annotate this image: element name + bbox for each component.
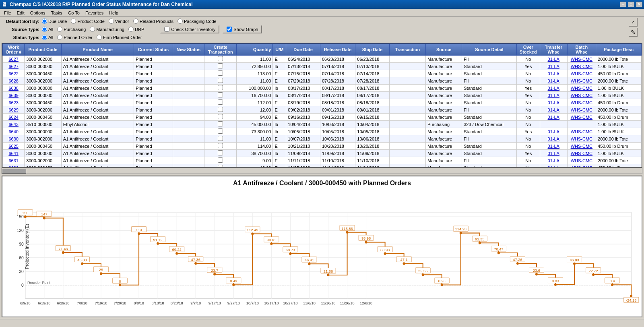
check-inventory-checkbox[interactable]	[164, 27, 169, 32]
horizontal-scrollbar[interactable]	[2, 168, 642, 174]
maximize-button[interactable]: □	[628, 2, 634, 7]
cell-work-order[interactable]: 6627	[3, 63, 25, 70]
svg-text:12/6/18: 12/6/18	[360, 301, 372, 305]
cell-over-stocked: No	[516, 114, 540, 121]
cell-prod-code: 3000-002000	[25, 106, 61, 114]
cell-work-order[interactable]: 6639	[3, 92, 25, 99]
cell-source-detail: Standard	[462, 150, 516, 157]
cell-create[interactable]	[204, 157, 237, 164]
cell-cur-status: Planned	[134, 114, 173, 121]
source-manufacturing[interactable]: Manufacturing	[90, 27, 124, 32]
cell-work-order[interactable]: 6627	[3, 56, 25, 63]
cell-create[interactable]	[204, 63, 237, 70]
source-purchasing[interactable]: Purchasing	[57, 27, 86, 32]
table-row[interactable]: 6629 3000-002000 A1 Antifreeze / Coolant…	[3, 106, 642, 114]
cell-work-order[interactable]: 6626	[3, 164, 25, 168]
cell-work-order[interactable]: 6643	[3, 121, 25, 128]
cell-work-order[interactable]: 6628	[3, 77, 25, 85]
cell-create[interactable]	[204, 92, 237, 99]
table-row[interactable]: 6643 3510-000000 Ethyl Alcohol Planned 4…	[3, 121, 642, 128]
source-drp[interactable]: DRP	[128, 27, 144, 32]
cell-qty: 94.00	[237, 114, 273, 121]
table-row[interactable]: 6640 3000-000000 A1 Antifreeze / Coolant…	[3, 128, 642, 135]
cell-um: lb	[273, 128, 286, 135]
cell-work-order[interactable]: 6624	[3, 114, 25, 121]
cell-source: Purchasing	[426, 121, 462, 128]
minimize-button[interactable]: ─	[620, 2, 626, 7]
cell-work-order[interactable]: 6631	[3, 157, 25, 164]
cell-create[interactable]	[204, 77, 237, 85]
cell-create[interactable]	[204, 99, 237, 106]
status-all[interactable]: All	[42, 35, 53, 40]
cell-source: Manufacture	[426, 56, 462, 63]
cell-create[interactable]	[204, 70, 237, 77]
cell-create[interactable]	[204, 114, 237, 121]
cell-create[interactable]	[204, 135, 237, 143]
menu-tasks[interactable]: Tasks	[49, 10, 65, 16]
cell-create[interactable]	[204, 56, 237, 63]
svg-point-122	[460, 232, 462, 234]
menu-goto[interactable]: Go To	[66, 10, 82, 16]
cell-create[interactable]	[204, 143, 237, 150]
table-row[interactable]: 6624 3000-000450 A1 Antifreeze / Coolant…	[3, 114, 642, 121]
table-container[interactable]: WorkOrder # Product Code Product Name Cu…	[2, 43, 642, 168]
svg-text:114.23: 114.23	[455, 227, 466, 231]
cell-new-status	[173, 63, 204, 70]
table-row[interactable]: 6631 3000-002000 A1 Antifreeze / Coolant…	[3, 157, 642, 164]
menu-favorites[interactable]: Favorites	[83, 10, 106, 16]
sort-vendor[interactable]: Vendor	[109, 19, 129, 24]
table-row[interactable]: 6639 3000-000000 A1 Antifreeze / Coolant…	[3, 92, 642, 99]
cell-work-order[interactable]: 6638	[3, 85, 25, 92]
cell-cur-status: Planned	[134, 106, 173, 114]
check-other-inventory-button[interactable]: Check Other Inventory	[160, 25, 219, 33]
cell-create[interactable]	[204, 85, 237, 92]
show-graph-button[interactable]: Show Graph	[223, 25, 262, 33]
source-all[interactable]: All	[42, 27, 53, 32]
checkmark-button[interactable]: ✓	[629, 18, 638, 27]
cell-source: Manufacture	[426, 85, 462, 92]
table-row[interactable]: 6630 3000-002000 A1 Antifreeze / Coolant…	[3, 135, 642, 143]
scrollbar-thumb[interactable]	[2, 169, 26, 174]
cell-transaction	[389, 99, 425, 106]
sort-due-date[interactable]: Due Date	[42, 19, 67, 24]
table-row[interactable]: 6638 3000-000000 A1 Antifreeze / Coolant…	[3, 85, 642, 92]
cell-work-order[interactable]: 6629	[3, 106, 25, 114]
status-planned-order[interactable]: Planned Order	[57, 35, 93, 40]
close-button[interactable]: ✕	[636, 2, 642, 7]
cell-release-date: 07/14/2018	[320, 70, 355, 77]
cell-work-order[interactable]: 6630	[3, 135, 25, 143]
show-graph-checkbox[interactable]	[227, 27, 232, 32]
table-row[interactable]: 6622 3000-000450 A1 Antifreeze / Coolant…	[3, 70, 642, 77]
sort-packaging-code[interactable]: Packaging Code	[178, 19, 217, 24]
table-row[interactable]: 6628 3000-002000 A1 Antifreeze / Coolant…	[3, 77, 642, 85]
cell-work-order[interactable]: 6623	[3, 99, 25, 106]
edit-button[interactable]: ✎	[629, 28, 638, 37]
table-row[interactable]: 6623 3000-000450 A1 Antifreeze / Coolant…	[3, 99, 642, 106]
cell-create[interactable]	[204, 106, 237, 114]
status-firm-planned-order[interactable]: Firm Planned Order	[97, 35, 142, 40]
table-row[interactable]: 6641 3000-000000 A1 Antifreeze / Coolant…	[3, 150, 642, 157]
table-row[interactable]: 6627 3000-002000 A1 Antifreeze / Coolant…	[3, 56, 642, 63]
cell-create[interactable]	[204, 150, 237, 157]
cell-work-order[interactable]: 6622	[3, 70, 25, 77]
menu-file[interactable]: File	[2, 10, 14, 16]
menu-help[interactable]: Help	[107, 10, 121, 16]
cell-work-order[interactable]: 6625	[3, 143, 25, 150]
cell-over-stocked: Yes	[516, 63, 540, 70]
cell-prod-name: A1 Antifreeze / Coolant	[61, 70, 134, 77]
table-row[interactable]: 6626 3000-000450 A1 Antifreeze / Coolant…	[3, 164, 642, 168]
cell-source: Manufacture	[426, 157, 462, 164]
menu-edit[interactable]: Edit	[14, 10, 27, 16]
cell-create[interactable]	[204, 164, 237, 168]
cell-transfer: 01-LA	[540, 143, 567, 150]
cell-create[interactable]	[204, 121, 237, 128]
sort-related-products[interactable]: Related Products	[133, 19, 173, 24]
sort-product-code[interactable]: Product Code	[71, 19, 104, 24]
menu-options[interactable]: Options	[28, 10, 48, 16]
svg-point-128	[497, 252, 500, 254]
cell-work-order[interactable]: 6640	[3, 128, 25, 135]
cell-work-order[interactable]: 6641	[3, 150, 25, 157]
table-row[interactable]: 6625 3000-000450 A1 Antifreeze / Coolant…	[3, 143, 642, 150]
cell-create[interactable]	[204, 128, 237, 135]
table-row[interactable]: 6627 3000-000000 A1 Antifreeze / Coolant…	[3, 63, 642, 70]
